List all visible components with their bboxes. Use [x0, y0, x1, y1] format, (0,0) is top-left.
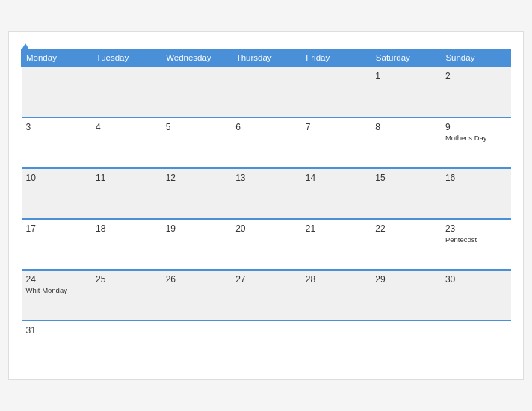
day-number: 18	[96, 223, 157, 234]
day-number: 25	[96, 274, 157, 285]
day-number: 6	[235, 122, 297, 132]
calendar-cell: 2	[441, 67, 511, 117]
day-number: 13	[235, 173, 297, 183]
day-number: 22	[375, 223, 436, 234]
calendar-cell: 25	[91, 270, 161, 321]
day-number: 19	[166, 223, 227, 234]
logo-triangle-icon	[22, 43, 29, 49]
calendar-cell: 6	[231, 117, 301, 168]
day-number: 26	[166, 274, 227, 285]
day-number: 15	[375, 173, 436, 183]
weekday-header-sunday: Sunday	[441, 49, 511, 67]
calendar-cell: 13	[231, 168, 301, 219]
calendar-cell: 27	[231, 270, 301, 321]
day-number: 28	[306, 274, 367, 285]
calendar-cell: 3	[22, 117, 92, 168]
holiday-name: Mother's Day	[445, 134, 507, 142]
calendar-cell	[22, 67, 92, 117]
calendar-cell: 9Mother's Day	[441, 117, 511, 168]
calendar-cell: 15	[371, 168, 441, 219]
calendar-cell: 10	[22, 168, 92, 219]
week-row-4: 17181920212223Pentecost	[22, 219, 511, 270]
calendar-cell: 4	[91, 117, 161, 168]
day-number: 10	[26, 173, 87, 183]
weekday-header-tuesday: Tuesday	[91, 49, 161, 67]
calendar-cell: 29	[371, 270, 441, 321]
calendar-cell: 21	[301, 219, 371, 270]
calendar-cell	[301, 321, 371, 371]
calendar-cell: 18	[91, 219, 161, 270]
day-number: 31	[26, 325, 87, 336]
weekday-header-saturday: Saturday	[371, 49, 441, 67]
week-row-5: 24Whit Monday252627282930	[22, 270, 511, 321]
day-number: 3	[26, 122, 87, 132]
day-number: 30	[445, 274, 507, 285]
calendar-cell: 19	[161, 219, 232, 270]
calendar-cell: 12	[161, 168, 232, 219]
day-number: 29	[375, 274, 436, 285]
day-number: 16	[445, 173, 507, 183]
calendar-cell: 26	[161, 270, 232, 321]
calendar-grid: MondayTuesdayWednesdayThursdayFridaySatu…	[21, 49, 511, 371]
calendar-cell: 7	[301, 117, 371, 168]
weekday-header-wednesday: Wednesday	[161, 49, 232, 67]
calendar-container: MondayTuesdayWednesdayThursdayFridaySatu…	[8, 31, 524, 380]
day-number: 12	[166, 173, 227, 183]
calendar-cell	[371, 321, 441, 371]
day-number: 21	[306, 223, 367, 234]
day-number: 23	[445, 223, 507, 234]
logo	[21, 41, 29, 51]
day-number: 1	[375, 71, 436, 81]
holiday-name: Whit Monday	[26, 286, 87, 294]
weekday-header-friday: Friday	[301, 49, 371, 67]
day-number: 7	[306, 122, 367, 132]
calendar-cell: 24Whit Monday	[22, 270, 92, 321]
calendar-cell: 8	[371, 117, 441, 168]
day-number: 14	[306, 173, 367, 183]
calendar-cell: 30	[441, 270, 511, 321]
calendar-cell: 1	[371, 67, 441, 117]
calendar-cell	[231, 321, 301, 371]
day-number: 2	[445, 71, 507, 81]
holiday-name: Pentecost	[445, 235, 507, 244]
calendar-cell	[161, 321, 232, 371]
week-row-3: 10111213141516	[22, 168, 511, 219]
calendar-cell: 16	[441, 168, 511, 219]
calendar-cell: 28	[301, 270, 371, 321]
calendar-cell: 14	[301, 168, 371, 219]
weekday-header-row: MondayTuesdayWednesdayThursdayFridaySatu…	[22, 49, 511, 67]
calendar-cell: 11	[91, 168, 161, 219]
day-number: 17	[26, 223, 87, 234]
weekday-header-thursday: Thursday	[231, 49, 301, 67]
day-number: 5	[166, 122, 227, 132]
calendar-cell: 20	[231, 219, 301, 270]
calendar-cell: 22	[371, 219, 441, 270]
day-number: 9	[445, 122, 507, 132]
day-number: 24	[26, 274, 87, 285]
calendar-cell	[301, 67, 371, 117]
day-number: 4	[96, 122, 157, 132]
calendar-cell	[91, 321, 161, 371]
calendar-cell: 17	[22, 219, 92, 270]
week-row-2: 3456789Mother's Day	[22, 117, 511, 168]
weekday-header-monday: Monday	[22, 49, 92, 67]
calendar-cell	[441, 321, 511, 371]
calendar-cell	[161, 67, 232, 117]
calendar-cell: 5	[161, 117, 232, 168]
calendar-cell: 31	[22, 321, 92, 371]
week-row-6: 31	[22, 321, 511, 371]
calendar-cell	[91, 67, 161, 117]
day-number: 8	[375, 122, 436, 132]
day-number: 20	[235, 223, 297, 234]
calendar-cell: 23Pentecost	[441, 219, 511, 270]
day-number: 11	[96, 173, 157, 183]
week-row-1: 12	[22, 67, 511, 117]
calendar-cell	[231, 67, 301, 117]
day-number: 27	[235, 274, 297, 285]
